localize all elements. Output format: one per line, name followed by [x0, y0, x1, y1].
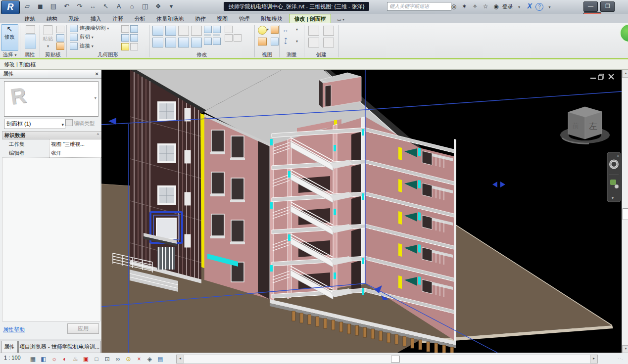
measure-distance-icon[interactable]: ↔: [282, 26, 289, 34]
tab-view[interactable]: 视图: [212, 14, 232, 24]
delete-icon[interactable]: [234, 34, 242, 42]
measure-dropdown-icon[interactable]: ▾: [296, 27, 298, 32]
print-icon[interactable]: ▤: [48, 1, 58, 11]
reveal-hidden-elements-icon[interactable]: ⊙: [124, 355, 133, 364]
identity-data-group-header[interactable]: 标识数据 ^: [2, 131, 102, 139]
cope-button[interactable]: 连接端切割 ▾: [69, 24, 109, 33]
rendering-dialog-icon[interactable]: ♨: [71, 355, 80, 364]
restore-button[interactable]: ❐: [600, 1, 615, 12]
tab-modify-section-box-active[interactable]: 修改 | 剖面框: [289, 14, 331, 24]
pin-icon[interactable]: [225, 34, 233, 42]
application-menu-button[interactable]: R: [1, 0, 20, 14]
unpin-icon[interactable]: [225, 26, 233, 33]
tab-project-browser[interactable]: 项目浏览器 - 技师学院机电培训...: [18, 341, 100, 353]
scroll-left-icon[interactable]: ◂: [176, 355, 184, 364]
create-similar-icon[interactable]: [323, 26, 334, 36]
create-group-icon[interactable]: [308, 26, 319, 36]
ribbon-display-toggle-icon[interactable]: ▭ ▾: [333, 17, 348, 22]
paste-button[interactable]: 粘贴▾: [41, 24, 55, 51]
horizontal-scrollbar[interactable]: [184, 355, 590, 364]
tab-structure[interactable]: 结构: [42, 14, 62, 24]
array-icon[interactable]: [204, 34, 211, 36]
show-crop-region-icon[interactable]: □: [93, 355, 101, 364]
undo-icon[interactable]: ↶: [61, 1, 71, 11]
tab-analyze[interactable]: 分析: [130, 14, 150, 24]
tab-manage[interactable]: 管理: [235, 14, 254, 24]
measure-angle-dropdown-icon[interactable]: ▾: [296, 39, 298, 44]
properties-palette-icon[interactable]: [25, 35, 36, 48]
vertical-scrollbar[interactable]: ▴ ▾: [622, 70, 628, 353]
split-face-icon[interactable]: [121, 34, 129, 42]
redo-icon[interactable]: ↷: [75, 1, 85, 11]
aligned-dimension-icon[interactable]: ↔: [88, 1, 97, 11]
help-dropdown-icon[interactable]: ▾: [545, 2, 554, 12]
navbar-expand-icon[interactable]: ▾: [612, 196, 614, 200]
type-properties-icon[interactable]: [26, 25, 35, 34]
trim-extend-corner-icon[interactable]: [191, 38, 202, 47]
tile-windows-icon[interactable]: ❖: [153, 1, 163, 11]
section-cut-interior[interactable]: [270, 117, 365, 301]
property-value[interactable]: 张洋: [49, 148, 101, 158]
properties-help-link[interactable]: 属性帮助: [3, 326, 25, 333]
drawing-area[interactable]: 左 前 x ▾: [101, 70, 622, 353]
trim-extend-single-icon[interactable]: [204, 38, 212, 45]
viewcube-side-face-label[interactable]: 前: [572, 122, 579, 130]
view-minimize-icon[interactable]: [590, 78, 596, 79]
shadows-icon[interactable]: ◐: [60, 355, 69, 364]
scroll-right-icon[interactable]: ▸: [590, 355, 598, 364]
viewcube[interactable]: 左 前: [560, 107, 610, 143]
join-geometry-button[interactable]: 连接 ▾: [69, 42, 94, 50]
tab-annotate[interactable]: 注释: [108, 14, 128, 24]
chevron-down-icon[interactable]: ▾: [94, 95, 97, 100]
vertical-scroll-thumb[interactable]: [623, 208, 628, 220]
open-file-icon[interactable]: ▱: [22, 1, 32, 11]
navbar-close-icon[interactable]: x: [617, 154, 619, 157]
minimize-button[interactable]: —: [583, 1, 598, 12]
trim-extend-multiple-icon[interactable]: [213, 38, 221, 45]
displace-elements-icon[interactable]: ◈: [145, 355, 154, 364]
help-icon[interactable]: ?: [535, 3, 543, 11]
resize-grip-icon[interactable]: ··.: [618, 356, 625, 362]
move-icon[interactable]: [152, 38, 163, 47]
cut-icon[interactable]: [56, 26, 64, 33]
communication-center-icon[interactable]: ✶: [460, 1, 469, 11]
sign-in-button[interactable]: 登录: [502, 3, 513, 9]
3d-view[interactable]: 左 前 x ▾: [101, 70, 622, 353]
rotate-icon[interactable]: [178, 38, 189, 47]
close-icon[interactable]: ✕: [95, 70, 99, 78]
align-icon[interactable]: [152, 26, 163, 36]
steering-wheel-icon[interactable]: [609, 160, 619, 169]
modify-tool-button[interactable]: ↖ 修改: [1, 24, 18, 51]
scale-icon[interactable]: [213, 34, 220, 36]
mirror-pick-axis-icon[interactable]: [178, 26, 189, 36]
section-icon[interactable]: ◫: [140, 1, 150, 11]
scroll-up-icon[interactable]: ▴: [622, 70, 628, 78]
tab-systems[interactable]: 系统: [64, 14, 84, 24]
subscription-icon[interactable]: ✧: [471, 1, 480, 11]
lightbulb-icon[interactable]: [258, 26, 267, 35]
save-icon[interactable]: ◼: [35, 1, 45, 11]
mirror-draw-axis-icon[interactable]: [191, 26, 202, 36]
navigation-bar[interactable]: x ▾: [607, 152, 621, 202]
search-icon[interactable]: ◎: [449, 1, 458, 11]
south-facade[interactable]: [204, 114, 270, 299]
sun-path-icon[interactable]: ☼: [50, 355, 58, 364]
offset-icon[interactable]: [165, 26, 176, 36]
tab-insert[interactable]: 插入: [86, 14, 106, 24]
chevron-down-icon[interactable]: ▾: [61, 120, 64, 130]
scroll-down-icon[interactable]: ▾: [622, 345, 628, 353]
tab-properties[interactable]: 属性: [1, 341, 18, 353]
detail-level-icon[interactable]: ▦: [29, 355, 37, 364]
cut-geometry-button[interactable]: 剪切 ▾: [69, 33, 94, 42]
property-value[interactable]: 视图 "三维视...: [49, 139, 101, 149]
demolish-hammer-icon[interactable]: [130, 34, 138, 42]
panel-label-select[interactable]: 选择 ▾: [0, 51, 19, 58]
infocenter-search-input[interactable]: 键入关键字或短语: [387, 2, 451, 11]
temporary-hide-isolate-icon[interactable]: ∞: [114, 355, 122, 364]
create-parts-icon[interactable]: [323, 38, 334, 47]
tab-collaborate[interactable]: 协作: [191, 14, 210, 24]
edit-type-button[interactable]: 编辑类型: [65, 119, 98, 128]
measure-angle-icon[interactable]: ⤢: [281, 37, 290, 46]
view-close-icon[interactable]: [609, 74, 614, 79]
beam-joins-icon[interactable]: [121, 25, 129, 33]
